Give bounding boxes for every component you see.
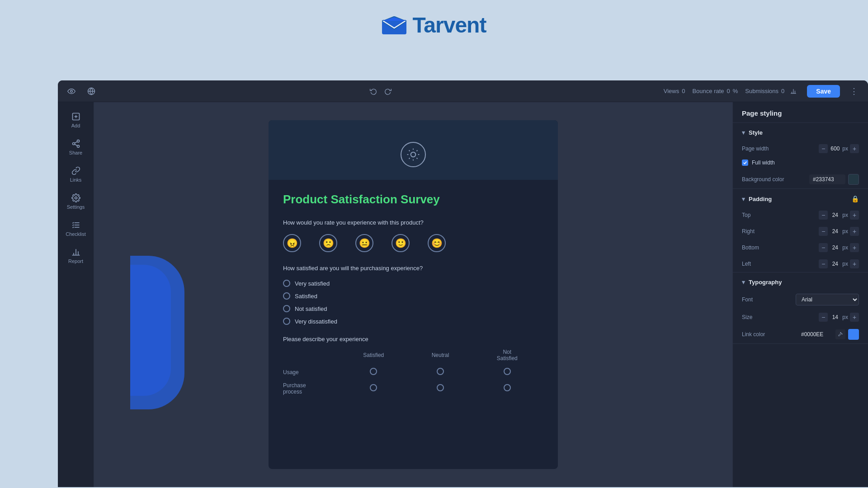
- preview-icon-btn[interactable]: [65, 85, 78, 98]
- bg-color-value[interactable]: #233743: [809, 174, 845, 184]
- radio-group: Very satisfied Satisfied Not satisfied: [283, 280, 543, 325]
- logo-text: Tarvent: [413, 13, 486, 38]
- font-size-decrease-btn[interactable]: −: [819, 313, 828, 322]
- link-color-swatch[interactable]: [848, 329, 859, 340]
- toolbar-center: [103, 85, 658, 98]
- padding-left-input: − 24 px +: [819, 259, 859, 268]
- radio-circle-1[interactable]: [283, 280, 290, 287]
- panel-title: Page styling: [733, 102, 868, 123]
- table-header-not-satisfied: NotSatisfied: [471, 349, 543, 365]
- page-width-decrease-btn[interactable]: −: [819, 144, 828, 153]
- typography-section-header[interactable]: ▾ Typography: [733, 272, 868, 290]
- link-color-picker-icon[interactable]: [835, 329, 845, 339]
- radio-usage-not-satisfied[interactable]: [471, 365, 543, 380]
- padding-right-unit: px: [842, 228, 848, 235]
- padding-left-decrease-btn[interactable]: −: [819, 259, 828, 268]
- emoji-rating-row: 😠 🙁 😐 🙂 😊: [283, 234, 543, 252]
- logo: Tarvent: [382, 13, 486, 38]
- page-width-label: Page width: [742, 145, 769, 152]
- font-size-unit: px: [842, 314, 848, 320]
- svg-point-17: [75, 197, 77, 199]
- radio-circle-2[interactable]: [283, 292, 290, 300]
- save-button[interactable]: Save: [807, 85, 840, 98]
- page-width-increase-btn[interactable]: +: [850, 144, 859, 153]
- page-width-controls: − 600 px +: [819, 144, 859, 153]
- table-row-purchase: Purchaseprocess: [283, 380, 543, 398]
- style-section: ▾ Style Page width − 600 px +: [733, 123, 868, 189]
- padding-left-label: Left: [742, 261, 751, 267]
- settings-icon: [71, 193, 80, 202]
- submissions-value: 0: [781, 88, 784, 94]
- more-menu-button[interactable]: ⋮: [847, 84, 861, 98]
- full-width-checkbox[interactable]: [742, 160, 748, 166]
- table-header-satisfied: Satisfied: [337, 349, 410, 365]
- sidebar-item-report[interactable]: Report: [61, 243, 91, 268]
- radio-usage-satisfied[interactable]: [337, 365, 410, 380]
- chart-icon[interactable]: [787, 85, 800, 98]
- links-icon: [71, 166, 80, 175]
- emoji-very-angry[interactable]: 😠: [283, 234, 301, 252]
- font-size-increase-btn[interactable]: +: [850, 313, 859, 322]
- emoji-very-happy[interactable]: 😊: [428, 234, 446, 252]
- padding-left-increase-btn[interactable]: +: [850, 259, 859, 268]
- radio-usage-neutral[interactable]: [410, 365, 471, 380]
- sidebar-item-links[interactable]: Links: [61, 162, 91, 187]
- radio-item-2[interactable]: Satisfied: [283, 292, 543, 300]
- bounce-label: Bounce rate: [692, 88, 724, 94]
- emoji-neutral[interactable]: 😐: [355, 234, 373, 252]
- padding-top-decrease-btn[interactable]: −: [819, 211, 828, 220]
- lock-icon[interactable]: 🔒: [851, 195, 859, 202]
- sidebar-item-share[interactable]: Share: [61, 135, 91, 160]
- canvas-area: Product Satisfaction Survey How would yo…: [94, 102, 732, 487]
- padding-section: ▾ Padding 🔒 Top − 24 px +: [733, 189, 868, 272]
- radio-purchase-satisfied[interactable]: [337, 380, 410, 398]
- emoji-happy[interactable]: 🙂: [392, 234, 410, 252]
- toolbar-left: [65, 85, 98, 98]
- font-select[interactable]: Arial Helvetica Georgia Times New Roman: [796, 294, 859, 305]
- radio-item-1[interactable]: Very satisfied: [283, 280, 543, 287]
- emoji-sad[interactable]: 🙁: [319, 234, 337, 252]
- typography-section-title: ▾ Typography: [742, 279, 782, 286]
- row-label-purchase: Purchaseprocess: [283, 380, 337, 398]
- sidebar-item-checklist[interactable]: Checklist: [61, 216, 91, 241]
- sidebar-item-settings[interactable]: Settings: [61, 189, 91, 214]
- logo-icon: [382, 16, 406, 34]
- padding-top-increase-btn[interactable]: +: [850, 211, 859, 220]
- padding-right-decrease-btn[interactable]: −: [819, 227, 828, 236]
- bg-color-swatch[interactable]: [848, 174, 859, 185]
- undo-btn[interactable]: [367, 85, 380, 98]
- radio-item-3[interactable]: Not satisfied: [283, 305, 543, 312]
- redo-btn[interactable]: [382, 85, 394, 98]
- globe-icon-btn[interactable]: [85, 85, 98, 98]
- radio-circle-4[interactable]: [283, 318, 290, 325]
- sidebar-item-add[interactable]: Add: [61, 108, 91, 133]
- full-width-row[interactable]: Full width: [733, 157, 868, 170]
- page-width-value: 600: [830, 145, 840, 152]
- style-section-header[interactable]: ▾ Style: [733, 123, 868, 141]
- padding-section-title: ▾ Padding: [742, 196, 772, 202]
- radio-item-4[interactable]: Very dissatisfied: [283, 318, 543, 325]
- padding-top-label: Top: [742, 212, 750, 218]
- padding-bottom-increase-btn[interactable]: +: [850, 243, 859, 252]
- eyedropper-icon: [838, 332, 843, 337]
- question1: How would you rate you experience with t…: [283, 219, 543, 226]
- radio-label-4: Very dissatisfied: [295, 318, 337, 325]
- svg-line-15: [75, 144, 77, 145]
- font-size-input: − 14 px +: [819, 313, 859, 322]
- decorative-curve-left: [130, 256, 184, 409]
- radio-circle-3[interactable]: [283, 305, 290, 312]
- radio-label-1: Very satisfied: [295, 280, 330, 287]
- padding-right-increase-btn[interactable]: +: [850, 227, 859, 236]
- padding-section-header[interactable]: ▾ Padding 🔒: [733, 189, 868, 207]
- sidebar-share-label: Share: [69, 150, 82, 155]
- typography-section: ▾ Typography Font Arial Helvetica Georgi…: [733, 272, 868, 344]
- report-icon: [71, 248, 80, 257]
- padding-left-row: Left − 24 px +: [733, 256, 868, 272]
- radio-purchase-not-satisfied[interactable]: [471, 380, 543, 398]
- table-row-usage: Usage: [283, 365, 543, 380]
- form-title: Product Satisfaction Survey: [283, 192, 543, 206]
- padding-bottom-decrease-btn[interactable]: −: [819, 243, 828, 252]
- radio-label-2: Satisfied: [295, 293, 317, 300]
- checklist-icon: [71, 221, 80, 230]
- radio-purchase-neutral[interactable]: [410, 380, 471, 398]
